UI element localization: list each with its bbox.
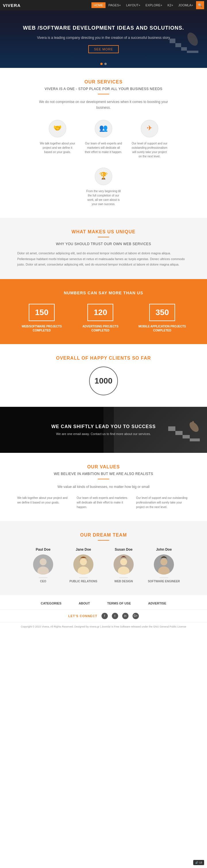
svg-point-17 bbox=[188, 420, 200, 434]
clients-title: OVERALL OF HAPPY CLIENTS SO FAR bbox=[17, 355, 190, 361]
nav-k2[interactable]: K2+ bbox=[165, 2, 175, 8]
lead-section: WE CAN SHIFTLY LEAD YOU TO SUCCESS We ar… bbox=[0, 407, 207, 453]
team-divider-susan bbox=[119, 578, 128, 578]
team-name-jane: Jane Doe bbox=[66, 548, 101, 552]
unique-desc: Dolor sit amet, consectetur adipiscing e… bbox=[17, 251, 190, 268]
service-item-4: 🏆 From the very beginning till the full … bbox=[85, 167, 122, 206]
services-grid: 🤝 We talk together about your project an… bbox=[17, 119, 190, 206]
team-role-susan: WEB DESIGN bbox=[106, 580, 141, 583]
handshake-icon: 🤝 bbox=[48, 119, 67, 138]
services-divider bbox=[98, 94, 109, 94]
footer: CATEGORIES ABOUT TERMS OF USE ADVERTISE … bbox=[0, 594, 207, 631]
team-avatar-susan bbox=[113, 554, 134, 575]
services-desc: We do not compromise on our development … bbox=[32, 99, 175, 111]
numbers-section: NUMBERS CAN SAY MORE THAN US 150 Web/Sof… bbox=[0, 279, 207, 344]
svg-rect-15 bbox=[175, 431, 182, 435]
search-button[interactable]: 🔍 bbox=[196, 1, 204, 9]
svg-point-29 bbox=[161, 558, 167, 565]
facebook-icon[interactable]: f bbox=[102, 613, 108, 619]
hero-section: WEB /SOFTWARE DEVELOPMENT IDEAS AND SOLU… bbox=[0, 10, 207, 68]
services-subtitle: VIVERA IS A ONE - STOP PLACE FOR ALL YOU… bbox=[17, 87, 190, 91]
numbers-grid: 150 Web/Software projects completed 120 … bbox=[17, 304, 190, 333]
number-label-2: Advertising projects completed bbox=[78, 324, 123, 333]
footer-connect-label: LET'S CONNECT bbox=[68, 614, 97, 618]
footer-link-advertise[interactable]: ADVERTISE bbox=[148, 601, 166, 605]
clients-section: OVERALL OF HAPPY CLIENTS SO FAR 1000 bbox=[0, 344, 207, 407]
unique-divider bbox=[98, 237, 109, 237]
svg-text:👥: 👥 bbox=[99, 124, 108, 132]
dot-1 bbox=[100, 63, 103, 65]
value-text-1: We talk together about your project and … bbox=[17, 496, 71, 505]
values-grid: We talk together about your project and … bbox=[17, 496, 190, 509]
service-item-1: 🤝 We talk together about your project an… bbox=[39, 119, 76, 158]
team-divider-paul bbox=[39, 578, 47, 578]
values-subtitle: WE BELIEVE IN AMBITION BUT WE ARE ALSO R… bbox=[17, 472, 190, 476]
paper-plane-icon: ✈ bbox=[140, 119, 159, 138]
number-item-3: 350 Mobile application projects complete… bbox=[135, 304, 190, 333]
unique-subtitle: WHY YOU SHOULD TRUST OUR OWN WEB SERVICE… bbox=[17, 242, 190, 246]
trophy-icon: 🏆 bbox=[94, 167, 113, 186]
team-avatar-jane bbox=[73, 554, 94, 575]
svg-point-26 bbox=[120, 558, 127, 565]
team-grid: Paul Doe CEO Jane Doe bbox=[17, 548, 190, 583]
footer-copyright: Copyright © 2015 Vivera. All Rights Rese… bbox=[0, 622, 207, 631]
footer-link-terms[interactable]: TERMS OF USE bbox=[107, 601, 131, 605]
svg-point-20 bbox=[40, 558, 46, 565]
nav-pages[interactable]: PAGES+ bbox=[106, 2, 123, 8]
svg-rect-14 bbox=[182, 435, 190, 438]
twitter-icon[interactable]: t bbox=[112, 613, 118, 619]
nav-explore[interactable]: EXPLORE+ bbox=[143, 2, 165, 8]
hero-title: WEB /SOFTWARE DEVELOPMENT IDEAS AND SOLU… bbox=[23, 25, 184, 31]
team-icon: 👥 bbox=[94, 119, 113, 138]
service-item-2: 👥 Our team of web experts and marketers … bbox=[85, 119, 122, 158]
value-item-3: Our level of support and our outstanding… bbox=[136, 496, 190, 509]
navbar: VIVERA HOME PAGES+ LAYOUT+ EXPLORE+ K2+ … bbox=[0, 0, 207, 10]
hero-dots bbox=[100, 63, 107, 65]
services-title: OUR SERVICES bbox=[17, 80, 190, 85]
values-section: OUR VALUES WE BELIEVE IN AMBITION BUT WE… bbox=[0, 453, 207, 521]
footer-link-about[interactable]: ABOUT bbox=[79, 601, 90, 605]
number-label-3: Mobile application projects completed bbox=[135, 324, 190, 333]
team-role-paul: CEO bbox=[26, 580, 60, 583]
svg-point-23 bbox=[80, 558, 87, 565]
service-text-1: We talk together about your project and … bbox=[39, 141, 76, 154]
number-box-1: 150 bbox=[29, 304, 55, 321]
unique-section: WHAT MAKES US UNIQUE WHY YOU SHOULD TRUS… bbox=[0, 218, 207, 279]
number-item-2: 120 Advertising projects completed bbox=[78, 304, 123, 333]
footer-link-categories[interactable]: CATEGORIES bbox=[41, 601, 62, 605]
footer-connect: LET'S CONNECT f t in G+ bbox=[0, 610, 207, 622]
hero-button[interactable]: SEE MORE bbox=[88, 45, 119, 53]
svg-text:✈: ✈ bbox=[147, 124, 152, 132]
svg-text:🤝: 🤝 bbox=[53, 124, 62, 132]
numbers-title: NUMBERS CAN SAY MORE THAN US bbox=[17, 290, 190, 295]
values-desc: We value all kinds of businesses, no mat… bbox=[32, 484, 175, 490]
number-label-1: Web/Software projects completed bbox=[17, 324, 66, 333]
service-item-3: ✈ Our level of support and our outstandi… bbox=[131, 119, 168, 158]
clients-circle: 1000 bbox=[89, 367, 118, 395]
nav-home[interactable]: HOME bbox=[92, 2, 105, 8]
googleplus-icon[interactable]: G+ bbox=[133, 613, 139, 619]
values-divider bbox=[98, 479, 109, 479]
nav-layout[interactable]: LAYOUT+ bbox=[124, 2, 143, 8]
value-item-1: We talk together about your project and … bbox=[17, 496, 71, 509]
footer-links: CATEGORIES ABOUT TERMS OF USE ADVERTISE bbox=[0, 595, 207, 610]
svg-rect-13 bbox=[190, 438, 200, 441]
services-section: OUR SERVICES VIVERA IS A ONE - STOP PLAC… bbox=[0, 68, 207, 218]
number-item-1: 150 Web/Software projects completed bbox=[17, 304, 66, 333]
team-member-paul: Paul Doe CEO bbox=[26, 548, 60, 583]
value-text-2: Our team of web experts and marketers wi… bbox=[77, 496, 131, 509]
value-item-2: Our team of web experts and marketers wi… bbox=[77, 496, 131, 509]
clients-number: 1000 bbox=[95, 376, 112, 385]
value-text-3: Our level of support and our outstanding… bbox=[136, 496, 190, 509]
team-name-paul: Paul Doe bbox=[26, 548, 60, 552]
service-text-4: From the very beginning till the full co… bbox=[85, 189, 122, 206]
team-avatar-paul bbox=[33, 554, 53, 575]
service-text-2: Our team of web experts and marketers wi… bbox=[85, 141, 122, 154]
team-name-susan: Susan Doe bbox=[106, 548, 141, 552]
nav-joomla[interactable]: JOOMLA+ bbox=[176, 2, 196, 8]
team-role-john: SOFTWARE ENGINEER bbox=[147, 580, 181, 583]
service-text-3: Our level of support and our outstanding… bbox=[131, 141, 168, 158]
linkedin-icon[interactable]: in bbox=[122, 613, 129, 619]
team-title: OUR DREAM TEAM bbox=[17, 532, 190, 538]
team-divider-jane bbox=[79, 578, 88, 578]
